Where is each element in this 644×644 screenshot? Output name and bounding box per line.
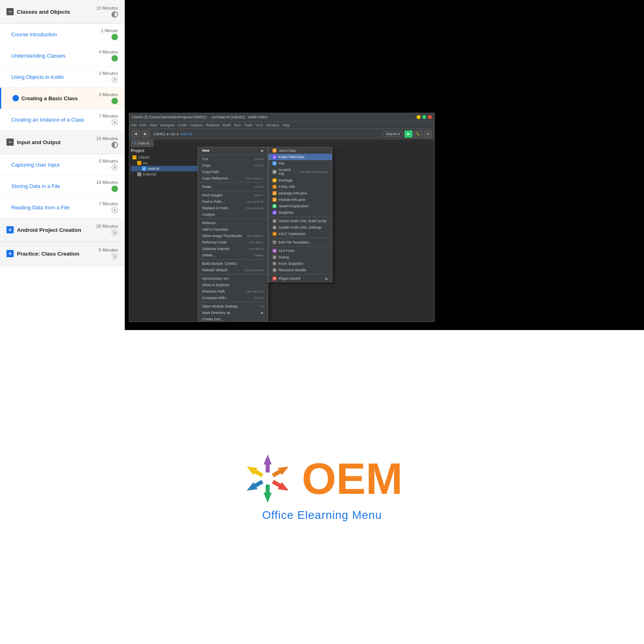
ctx-create-gist[interactable]: Create Gist... (198, 316, 268, 322)
svg-marker-1 (271, 463, 291, 479)
ctx-find-usages[interactable]: Find Usages Alt+F7 (198, 192, 268, 198)
section-header-android[interactable]: + Android Project Creation 20 Minutes (0, 218, 124, 242)
toolbar-debug-btn[interactable]: 🐛 (414, 130, 422, 138)
sub-singleton[interactable]: K Singleton (268, 209, 332, 216)
section-header-io[interactable]: − Input and Output 24 Minutes (0, 130, 124, 154)
lesson-icon-unstarted (111, 207, 118, 213)
menu-refactor[interactable]: Refactor (206, 123, 219, 127)
section-toggle-practice[interactable]: + (6, 250, 14, 257)
sub-gradle-settings[interactable]: G Gradle Kotlin DSL Settings (268, 224, 332, 231)
menu-view[interactable]: View (149, 123, 157, 127)
tagline-text: Office Elearning Menu (262, 509, 382, 521)
sub-gradle-kotlin-dsl[interactable]: G Oracle Kotlin DSL Build Script (268, 218, 332, 224)
sub-edit-templates[interactable]: T Edit File Templates... (268, 239, 332, 246)
lesson-course-intro[interactable]: Course Introduction 1 Minute (0, 24, 124, 45)
ctx-show-explorer[interactable]: Show in Explorer (198, 282, 268, 288)
proj-external[interactable]: External (131, 171, 200, 177)
lesson-creating-basic-class[interactable]: Creating a Basic Class 3 Minutes (0, 88, 124, 109)
ide-close-btn[interactable] (428, 115, 432, 119)
sub-java-class[interactable]: J Java Class (268, 147, 332, 154)
ctx-paste[interactable]: Paste Ctrl+V (198, 184, 268, 190)
folder-icon (132, 155, 136, 159)
section-toggle-classes[interactable]: − (6, 8, 14, 15)
menu-analyze[interactable]: Analyze (190, 123, 202, 127)
ctx-cut[interactable]: Cut Ctrl+X (198, 156, 268, 162)
ctx-thumbnails[interactable]: Show Image Thumbnails Ctrl+Shift+T (198, 233, 268, 239)
sub-module-info-java[interactable]: J module-info.java (268, 196, 332, 203)
menu-window[interactable]: Window (266, 123, 279, 127)
ide-maximize-btn[interactable] (422, 115, 426, 119)
ctx-optimize-imports[interactable]: Optimize Imports Ctrl+Alt+O (198, 246, 268, 252)
sub-gui-form[interactable]: G GUI Form (268, 248, 332, 254)
ctx-delete[interactable]: Delete... Delete (198, 252, 268, 258)
section-toggle-android[interactable]: + (6, 226, 14, 233)
sub-package[interactable]: P Package (268, 177, 332, 184)
sub-resource-bundle[interactable]: R Resource Bundle (268, 267, 332, 273)
menu-code[interactable]: Code (178, 123, 187, 127)
lesson-icon-complete (111, 186, 118, 192)
svg-marker-3 (264, 485, 272, 503)
menu-help[interactable]: Help (283, 123, 290, 127)
toolbar-settings-btn[interactable]: ⚙ (424, 130, 432, 138)
sub-fxml[interactable]: X FXML File (268, 184, 332, 190)
ctx-analyze[interactable]: Analyze (198, 211, 268, 218)
lesson-icon-unstarted (111, 76, 118, 83)
ctx-rebuild[interactable]: Rebuild 'default' Ctrl+Shift+F9 (198, 267, 268, 273)
ctx-mark-dir[interactable]: Mark Directory as ▶ (198, 310, 268, 316)
svg-marker-4 (245, 478, 264, 494)
ctx-find-path[interactable]: Find in Path... Ctrl+Shift+F (198, 198, 268, 205)
sub-javafx[interactable]: ▶ JavaFXApplication (268, 203, 332, 209)
section-toggle-io[interactable]: − (6, 138, 14, 146)
ctx-sync[interactable]: Synchronize 'src' (198, 275, 268, 282)
menu-navigate[interactable]: Navigate (160, 123, 175, 127)
menu-tools[interactable]: Tools (244, 123, 252, 127)
sub-scratch-file[interactable]: S Scratch File Ctrl+Alt+Shift+Insert (268, 167, 332, 177)
lesson-reading-data[interactable]: Reading Data from a File 7 Minutes (0, 197, 124, 218)
ctx-reformat[interactable]: Reformat Code Ctrl+Alt+L (198, 239, 268, 246)
lesson-creating-instance[interactable]: Creating an Instance of a Class 7 Minute… (0, 109, 124, 130)
lesson-capturing-user-input[interactable]: Capturing User Input 5 Minutes (0, 154, 124, 175)
menu-build[interactable]: Build (223, 123, 231, 127)
sub-pkg-info-java[interactable]: J package-info.java (268, 190, 332, 196)
ctx-copy-path[interactable]: Copy Path (198, 169, 268, 175)
section-header-practice[interactable]: + Practice: Class Creation 5 Minutes (0, 242, 124, 266)
lesson-using-objects[interactable]: Using Objects in Kotlin 2 Minutes (0, 66, 124, 88)
sub-file[interactable]: F File (268, 160, 332, 167)
sub-plugin-devkit[interactable]: P Plugin DevKit ▶ (268, 275, 332, 282)
ctx-copy[interactable]: Copy Ctrl+C (198, 162, 268, 169)
sub-kotlin-file[interactable]: K Kotlin File/Class (268, 154, 332, 160)
menu-edit[interactable]: Edit (140, 123, 147, 127)
menu-vcs[interactable]: VCS (256, 123, 263, 127)
ctx-dir-path[interactable]: Directory Path Ctrl+Alt+F12 (198, 288, 268, 295)
ctx-add-favorites[interactable]: Add to Favorites (198, 226, 268, 233)
menu-run[interactable]: Run (234, 123, 241, 127)
lesson-storing-data[interactable]: Storing Data in a File 10 Minutes (0, 175, 124, 197)
ide-tab-main[interactable]: K main.kt (131, 140, 153, 147)
main-video-area: 138451 [C:/Users/Jamie/IdeaProjects/1384… (125, 0, 644, 330)
sub-form-snapshot[interactable]: F Form Snapshot (268, 260, 332, 267)
sub-xslt[interactable]: X XSLT Stylesheet (268, 231, 332, 237)
menu-file[interactable]: File (131, 123, 137, 127)
svg-marker-5 (245, 463, 264, 479)
sub-dialog[interactable]: D Dialog (268, 254, 332, 260)
toolbar-fwd-btn[interactable]: ▶ (141, 130, 149, 138)
section-header-classes[interactable]: − Classes and Objects 19 Minutes (0, 0, 124, 24)
ctx-refactor[interactable]: Refactor (198, 220, 268, 226)
ctx-module-settings[interactable]: Open Module Settings F4 (198, 303, 268, 310)
file-icon-kt: K (142, 167, 146, 171)
lesson-icon-android (111, 229, 118, 236)
lesson-understanding-classes[interactable]: Understanding Classes 4 Minutes (0, 45, 124, 66)
ctx-copy-ref[interactable]: Copy Reference Ctrl+Shift+C (198, 175, 268, 182)
ctx-replace-path[interactable]: Replace in Path... Ctrl+Shift+R (198, 205, 268, 211)
ctx-compare[interactable]: Compare With... Ctrl+D (198, 295, 268, 301)
ctx-build-module[interactable]: Build Module '138451' (198, 260, 268, 267)
lesson-icon-complete (111, 55, 118, 62)
toolbar-run-btn[interactable]: ▶ (405, 130, 413, 138)
toolbar-back-btn[interactable]: ◀ (132, 130, 140, 138)
ide-minimize-btn[interactable] (417, 115, 421, 119)
proj-src[interactable]: src (131, 160, 200, 166)
ctx-new[interactable]: New ▶ (198, 147, 268, 154)
ide-project-panel: Project 138451 src K main.kt External (129, 147, 202, 322)
proj-root[interactable]: 138451 (131, 155, 200, 160)
proj-main-kt[interactable]: K main.kt (131, 166, 200, 171)
